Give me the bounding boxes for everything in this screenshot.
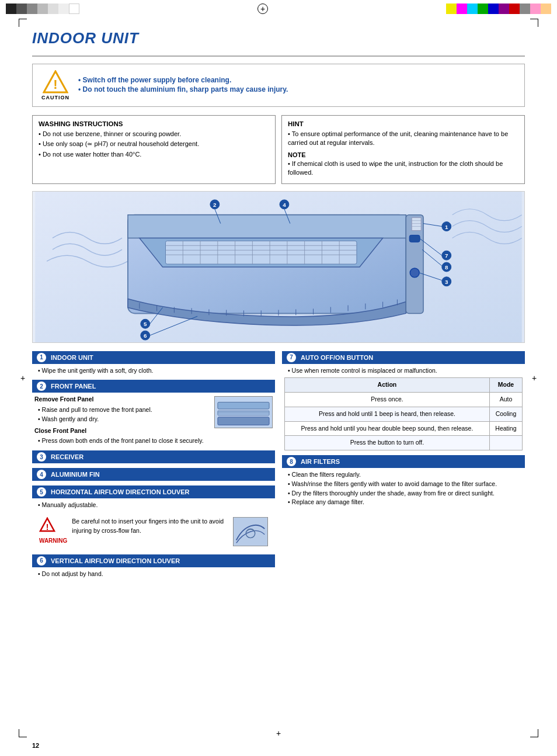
component-8-body: Clean the filters regularly. Wash/rinse …: [282, 470, 525, 507]
warning-icon: ! WARNING: [39, 517, 67, 545]
corner-mark-br: [530, 729, 538, 737]
table-cell: Press the button to turn off.: [285, 436, 490, 450]
table-cell: [489, 436, 522, 450]
component-7-title: AUTO OFF/ON BUTTON: [301, 354, 373, 361]
component-7-header: 7 AUTO OFF/ON BUTTON: [282, 351, 525, 364]
unit-diagram: 1 2 4 7 8 3: [32, 191, 525, 343]
component-7-intro: Use when remote control is misplaced or …: [288, 366, 523, 376]
svg-rect-37: [412, 217, 421, 230]
svg-text:1: 1: [445, 223, 448, 230]
component-4-title: ALUMINIUM FIN: [51, 471, 100, 478]
component-3: 3 RECEIVER: [32, 450, 275, 463]
component-1-body: Wipe the unit gently with a soft, dry cl…: [32, 366, 275, 376]
component-7-body: Use when remote control is misplaced or …: [282, 366, 525, 451]
component-5: 5 HORIZONTAL AIRFLOW DIRECTION LOUVER Ma…: [32, 485, 275, 550]
bottom-section: 1 INDOOR UNIT Wipe the unit gently with …: [32, 351, 525, 584]
component-8-header: 8 AIR FILTERS: [282, 455, 525, 468]
svg-rect-4: [166, 241, 357, 264]
table-row: Press and hold until 1 beep is heard, th…: [285, 407, 523, 421]
table-header-mode: Mode: [489, 378, 522, 393]
table-cell: Auto: [489, 393, 522, 407]
table-row: Press and hold until you hear double bee…: [285, 421, 523, 436]
corner-mark-tr: [530, 19, 538, 27]
svg-rect-66: [218, 403, 269, 410]
component-3-number: 3: [37, 452, 46, 462]
hint-list: To ensure optimal performance of the uni…: [288, 130, 518, 148]
component-7-number: 7: [287, 353, 296, 362]
side-mark-left: [19, 374, 27, 382]
louver-image: [233, 517, 268, 546]
svg-rect-70: [218, 417, 269, 425]
component-2-body: Remove Front Panel Raise and pull to rem…: [32, 395, 275, 446]
caution-line-1: • Switch off the power supply before cle…: [78, 76, 288, 84]
warning-label: WARNING: [39, 536, 67, 545]
table-row: Press the button to turn off.: [285, 436, 523, 450]
svg-text:!: !: [53, 77, 57, 92]
hint-box: HINT To ensure optimal performance of th…: [281, 115, 525, 184]
component-5-header: 5 HORIZONTAL AIRFLOW DIRECTION LOUVER: [32, 485, 275, 498]
component-4: 4 ALUMINIUM FIN: [32, 468, 275, 481]
washing-item-3: Do not use water hotter than 40°C.: [39, 150, 269, 159]
component-6-body: Do not adjust by hand.: [32, 570, 275, 579]
component-2-title: FRONT PANEL: [51, 383, 96, 390]
washing-title: WASHING INSTRUCTIONS: [39, 120, 269, 127]
table-header-action: Action: [285, 378, 490, 393]
component-8-number: 8: [287, 457, 296, 466]
svg-text:5: 5: [144, 321, 147, 327]
svg-text:8: 8: [445, 264, 448, 271]
component-6-text: Do not adjust by hand.: [38, 570, 273, 579]
component-2: 2 FRONT PANEL: [32, 380, 275, 446]
table-cell: Heating: [489, 421, 522, 436]
corner-mark-tl: [19, 19, 27, 27]
hint-text: To ensure optimal performance of the uni…: [288, 130, 518, 148]
component-3-title: RECEIVER: [51, 453, 83, 460]
side-mark-right: [530, 374, 538, 382]
component-8: 8 AIR FILTERS Clean the filters regularl…: [282, 455, 525, 507]
component-7: 7 AUTO OFF/ON BUTTON Use when remote con…: [282, 351, 525, 451]
caution-label: CAUTION: [41, 95, 69, 100]
air-filter-item-3: Dry the filters thoroughly under the sha…: [288, 489, 523, 498]
warning-text: Be careful not to insert your fingers in…: [72, 517, 268, 546]
table-cell: Press and hold until you hear double bee…: [285, 421, 490, 436]
component-1-header: 1 INDOOR UNIT: [32, 351, 275, 364]
component-1: 1 INDOOR UNIT Wipe the unit gently with …: [32, 351, 275, 376]
caution-icon: ! CAUTION: [41, 70, 70, 100]
svg-text:!: !: [46, 522, 49, 532]
air-filter-item-2: Wash/rinse the filters gently with water…: [288, 480, 523, 489]
svg-text:3: 3: [445, 278, 448, 285]
component-6: 6 VERTICAL AIRFLOW DIRECTION LOUVER Do n…: [32, 554, 275, 579]
air-filter-item-1: Clean the filters regularly.: [288, 470, 523, 480]
washing-instructions-box: WASHING INSTRUCTIONS Do not use benzene,…: [32, 115, 276, 184]
front-panel-image: [214, 396, 273, 428]
component-3-header: 3 RECEIVER: [32, 450, 275, 463]
component-2-number: 2: [37, 382, 46, 391]
table-row: Press once. Auto: [285, 393, 523, 407]
washing-item-2: Use only soap (≃ pH7) or neutral househo…: [39, 140, 269, 148]
svg-rect-36: [409, 235, 420, 242]
component-1-number: 1: [37, 353, 46, 362]
component-1-text: Wipe the unit gently with a soft, dry cl…: [38, 366, 273, 376]
component-4-number: 4: [37, 470, 46, 479]
caution-line-2: • Do not touch the aluminium fin, sharp …: [78, 85, 288, 93]
svg-text:2: 2: [213, 201, 217, 207]
page-number: 12: [32, 742, 39, 749]
note-list: If chemical cloth is used to wipe the un…: [288, 159, 518, 178]
component-6-header: 6 VERTICAL AIRFLOW DIRECTION LOUVER: [32, 554, 275, 567]
note-title: NOTE: [288, 151, 518, 158]
left-column: 1 INDOOR UNIT Wipe the unit gently with …: [32, 351, 275, 584]
page-title: INDOOR UNIT: [32, 29, 525, 47]
washing-item-1: Do not use benzene, thinner or scouring …: [39, 130, 269, 138]
component-5-body: Manually adjustable. ! WARNING: [32, 501, 275, 550]
svg-text:6: 6: [144, 332, 147, 339]
corner-mark-bl: [19, 729, 27, 737]
svg-text:4: 4: [283, 201, 286, 207]
washing-list: Do not use benzene, thinner or scouring …: [39, 130, 269, 159]
auto-button-table: Action Mode Press once. Auto P: [284, 377, 523, 450]
table-cell: Press and hold until 1 beep is heard, th…: [285, 407, 490, 421]
component-5-title: HORIZONTAL AIRFLOW DIRECTION LOUVER: [51, 488, 190, 495]
component-6-number: 6: [37, 556, 46, 566]
component-8-title: AIR FILTERS: [301, 458, 340, 465]
caution-box: ! CAUTION • Switch off the power supply …: [32, 64, 525, 107]
caution-text: • Switch off the power supply before cle…: [78, 76, 288, 95]
component-4-header: 4 ALUMINIUM FIN: [32, 468, 275, 481]
